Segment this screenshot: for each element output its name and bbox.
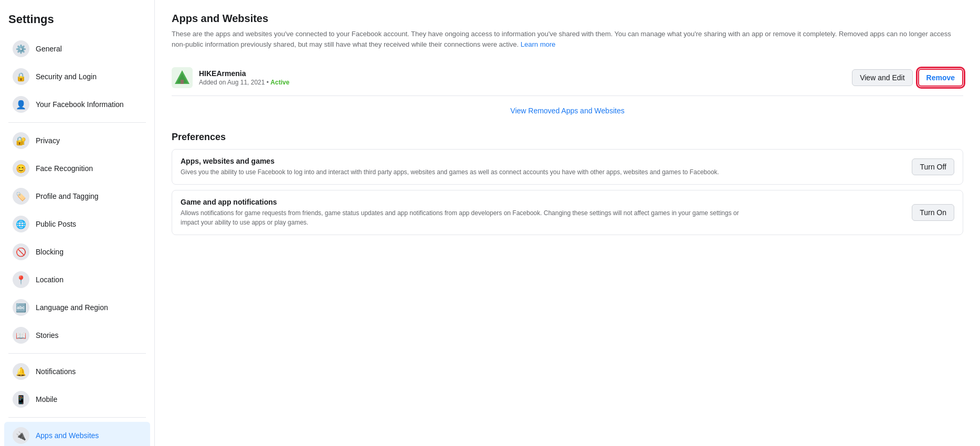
app-info: HIKEArmenia Added on Aug 11, 2021 • Acti… xyxy=(199,69,852,86)
sidebar-label-mobile: Mobile xyxy=(36,395,57,403)
sidebar-item-notifications[interactable]: 🔔Notifications xyxy=(4,358,150,385)
app-item: HIKEArmenia Added on Aug 11, 2021 • Acti… xyxy=(172,60,963,96)
sidebar-label-notifications: Notifications xyxy=(36,367,76,376)
sidebar-divider xyxy=(8,353,146,354)
stories-icon: 📖 xyxy=(13,327,29,344)
page-title: Apps and Websites xyxy=(172,13,963,25)
sidebar-item-mobile[interactable]: 📱Mobile xyxy=(4,386,150,413)
page-description: These are the apps and websites you've c… xyxy=(172,29,963,49)
sidebar-item-stories[interactable]: 📖Stories xyxy=(4,322,150,349)
sidebar-label-privacy: Privacy xyxy=(36,136,60,145)
location-icon: 📍 xyxy=(13,271,29,288)
remove-button[interactable]: Remove xyxy=(918,69,963,87)
sidebar-label-facebook-info: Your Facebook Information xyxy=(36,100,124,109)
sidebar-label-general: General xyxy=(36,45,62,53)
app-logo xyxy=(172,67,193,88)
facebook-info-icon: 👤 xyxy=(13,96,29,113)
sidebar-item-general[interactable]: ⚙️General xyxy=(4,35,150,62)
preference-info-apps-games: Apps, websites and gamesGives you the ab… xyxy=(181,157,912,177)
sidebar: Settings ⚙️General🔒Security and Login👤Yo… xyxy=(0,0,155,446)
sidebar-item-blocking[interactable]: 🚫Blocking xyxy=(4,238,150,266)
apps-websites-icon: 🔌 xyxy=(13,427,29,444)
learn-more-link[interactable]: Learn more xyxy=(521,40,555,48)
preference-desc-game-notifications: Allows notifications for game requests f… xyxy=(181,208,758,227)
svg-rect-3 xyxy=(181,80,184,84)
sidebar-item-security[interactable]: 🔒Security and Login xyxy=(4,63,150,90)
language-icon: 🔤 xyxy=(13,299,29,316)
sidebar-item-profile-tagging[interactable]: 🏷️Profile and Tagging xyxy=(4,183,150,210)
security-icon: 🔒 xyxy=(13,68,29,85)
sidebar-label-security: Security and Login xyxy=(36,72,97,81)
sidebar-label-public-posts: Public Posts xyxy=(36,220,76,228)
view-removed-link[interactable]: View Removed Apps and Websites xyxy=(172,96,963,119)
preference-desc-apps-games: Gives you the ability to use Facebook to… xyxy=(181,167,758,177)
app-added-text: Added on Aug 11, 2021 xyxy=(199,79,265,86)
notifications-icon: 🔔 xyxy=(13,363,29,380)
app-name: HIKEArmenia xyxy=(199,69,852,78)
sidebar-item-face-recognition[interactable]: 😊Face Recognition xyxy=(4,155,150,182)
sidebar-label-profile-tagging: Profile and Tagging xyxy=(36,192,99,200)
sidebar-item-privacy[interactable]: 🔐Privacy xyxy=(4,127,150,154)
face-recognition-icon: 😊 xyxy=(13,160,29,177)
app-meta: Added on Aug 11, 2021 • Active xyxy=(199,79,852,86)
preference-info-game-notifications: Game and app notificationsAllows notific… xyxy=(181,198,912,227)
mobile-icon: 📱 xyxy=(13,391,29,408)
sidebar-item-location[interactable]: 📍Location xyxy=(4,266,150,293)
preference-title-game-notifications: Game and app notifications xyxy=(181,198,912,206)
sidebar-label-apps-websites: Apps and Websites xyxy=(36,431,99,440)
sidebar-item-facebook-info[interactable]: 👤Your Facebook Information xyxy=(4,91,150,118)
view-edit-button[interactable]: View and Edit xyxy=(852,69,912,86)
preferences-title: Preferences xyxy=(172,132,963,143)
sidebar-label-stories: Stories xyxy=(36,331,59,339)
general-icon: ⚙️ xyxy=(13,40,29,57)
blocking-icon: 🚫 xyxy=(13,243,29,260)
sidebar-label-blocking: Blocking xyxy=(36,248,64,256)
privacy-icon: 🔐 xyxy=(13,132,29,149)
public-posts-icon: 🌐 xyxy=(13,216,29,232)
preference-card-game-notifications: Game and app notificationsAllows notific… xyxy=(172,190,963,235)
sidebar-title: Settings xyxy=(0,8,154,35)
sidebar-item-public-posts[interactable]: 🌐Public Posts xyxy=(4,210,150,238)
preference-title-apps-games: Apps, websites and games xyxy=(181,157,912,165)
app-status: Active xyxy=(270,79,289,86)
sidebar-label-face-recognition: Face Recognition xyxy=(36,164,93,173)
preference-card-apps-games: Apps, websites and gamesGives you the ab… xyxy=(172,149,963,185)
preference-toggle-apps-games[interactable]: Turn Off xyxy=(912,158,954,175)
sidebar-label-language: Language and Region xyxy=(36,303,108,312)
sidebar-item-apps-websites[interactable]: 🔌Apps and Websites xyxy=(4,422,150,446)
main-content: Apps and Websites These are the apps and… xyxy=(155,0,980,446)
sidebar-item-language[interactable]: 🔤Language and Region xyxy=(4,294,150,321)
sidebar-divider xyxy=(8,122,146,123)
preference-toggle-game-notifications[interactable]: Turn On xyxy=(912,204,954,221)
sidebar-divider xyxy=(8,417,146,418)
sidebar-label-location: Location xyxy=(36,275,64,284)
profile-tagging-icon: 🏷️ xyxy=(13,188,29,205)
app-actions: View and Edit Remove xyxy=(852,69,963,87)
